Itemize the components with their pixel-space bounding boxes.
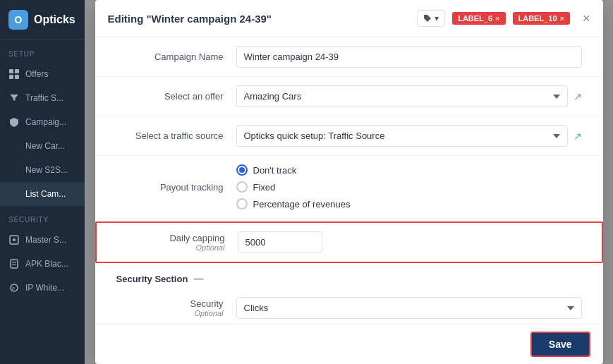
modal-body: Campaign Name Select an offer Amazing Ca…: [95, 37, 603, 324]
payout-percentage-label: Percentage of revenues: [253, 199, 351, 210]
offer-select-wrap: Amazing Cars ↗: [236, 85, 582, 107]
shield-icon: [8, 116, 20, 128]
sidebar-ip-label: IP White...: [25, 283, 64, 293]
tag-icon: [423, 14, 432, 23]
edit-campaign-modal: Editing "Winter campaign 24-39" ▾ LABEL_…: [95, 0, 603, 364]
svg-point-5: [13, 238, 16, 241]
offer-row: Select an offer Amazing Cars ↗: [95, 77, 603, 116]
daily-capping-input[interactable]: [238, 231, 322, 253]
svg-rect-3: [15, 75, 19, 79]
traffic-source-external-link-icon[interactable]: ↗: [573, 131, 582, 142]
sidebar-item-apk[interactable]: APK Blac...: [0, 252, 85, 276]
sidebar-new-s2s-label: New S2S...: [25, 165, 68, 175]
label-10-close[interactable]: ×: [560, 14, 564, 23]
svg-rect-0: [9, 69, 13, 73]
setup-section-label: SETUP: [0, 40, 85, 62]
security-section-label: SECURITY: [0, 206, 85, 228]
security-section-collapse[interactable]: —: [193, 273, 203, 284]
modal-overlay: Editing "Winter campaign 24-39" ▾ LABEL_…: [85, 0, 613, 364]
payout-fixed-label: Fixed: [253, 182, 276, 193]
security-row: Security Optional Clicks: [95, 289, 603, 324]
empty-icon2: [8, 164, 20, 176]
svg-text:IP: IP: [12, 286, 16, 291]
label-6-close[interactable]: ×: [495, 14, 499, 23]
label-badge-6: LABEL_6 ×: [452, 12, 505, 25]
master-icon: [8, 234, 20, 245]
traffic-source-label: Select a traffic source: [116, 131, 236, 141]
payout-dont-track-radio[interactable]: [236, 164, 248, 176]
label-10-text: LABEL_10: [518, 14, 557, 23]
payout-fixed-option[interactable]: Fixed: [236, 181, 582, 193]
sidebar-apk-label: APK Blac...: [25, 259, 68, 269]
offer-label: Select an offer: [116, 91, 236, 102]
security-select[interactable]: Clicks: [236, 297, 582, 319]
sidebar-item-campaigns[interactable]: Campaig...: [0, 110, 85, 134]
security-section-header: Security Section —: [95, 266, 603, 289]
payout-dont-track-option[interactable]: Don't track: [236, 164, 582, 176]
security-section-label: Security Section: [116, 274, 188, 284]
sidebar-logo: O Opticks: [0, 0, 85, 40]
payout-dont-track-label: Don't track: [253, 165, 297, 176]
payout-tracking-row: Payout tracking Don't track Fixed Per: [95, 156, 603, 219]
traffic-source-select-wrap: Opticks quick setup: Traffic Source ↗: [236, 125, 582, 147]
modal-footer: Save: [95, 324, 603, 364]
sidebar-item-traffic[interactable]: Traffic S...: [0, 86, 85, 110]
sidebar-item-new-campaign[interactable]: New Car...: [0, 134, 85, 158]
offer-external-link-icon[interactable]: ↗: [573, 91, 582, 102]
logo-icon: O: [8, 10, 28, 30]
offer-select[interactable]: Amazing Cars: [236, 85, 568, 107]
tag-chevron: ▾: [435, 13, 439, 23]
sidebar-new-campaign-label: New Car...: [25, 141, 65, 151]
payout-radio-group: Don't track Fixed Percentage of revenues: [236, 164, 582, 210]
svg-rect-1: [15, 69, 19, 73]
logo-text: Opticks: [34, 13, 75, 26]
campaign-name-label: Campaign Name: [116, 51, 236, 62]
payout-percentage-radio[interactable]: [236, 198, 248, 210]
security-label: Security Optional: [116, 298, 236, 317]
empty-icon: [8, 140, 20, 152]
traffic-source-row: Select a traffic source Opticks quick se…: [95, 116, 603, 156]
sidebar-campaigns-label: Campaig...: [25, 117, 66, 127]
grid-icon: [8, 68, 20, 80]
label-badge-10: LABEL_10 ×: [513, 12, 570, 25]
modal-close-button[interactable]: ×: [583, 12, 590, 25]
apk-icon: [8, 258, 20, 269]
ip-icon: IP: [8, 282, 20, 293]
save-button[interactable]: Save: [530, 332, 590, 357]
sidebar-item-master[interactable]: Master S...: [0, 228, 85, 252]
sidebar-item-offers[interactable]: Offers: [0, 62, 85, 86]
modal-header: Editing "Winter campaign 24-39" ▾ LABEL_…: [95, 0, 603, 37]
sidebar-master-label: Master S...: [25, 235, 66, 245]
sidebar-item-ip-whitelist[interactable]: IP IP White...: [0, 276, 85, 300]
sidebar: O Opticks SETUP Offers Traffic S... Camp…: [0, 0, 85, 364]
traffic-source-select[interactable]: Opticks quick setup: Traffic Source: [236, 125, 568, 147]
sidebar-offers-label: Offers: [25, 69, 48, 79]
empty-icon3: [8, 188, 20, 200]
campaign-name-row: Campaign Name: [95, 37, 603, 77]
main-content: Editing "Winter campaign 24-39" ▾ LABEL_…: [85, 0, 613, 364]
daily-capping-row: Daily capping Optional: [95, 222, 603, 263]
payout-percentage-option[interactable]: Percentage of revenues: [236, 198, 582, 210]
sidebar-item-new-s2s[interactable]: New S2S...: [0, 158, 85, 182]
payout-fixed-radio[interactable]: [236, 181, 248, 193]
tag-button[interactable]: ▾: [417, 10, 445, 27]
daily-capping-label: Daily capping Optional: [118, 233, 238, 252]
filter-icon: [8, 92, 20, 104]
label-6-text: LABEL_6: [458, 14, 492, 23]
campaign-name-input[interactable]: [236, 46, 582, 68]
sidebar-item-list-campaigns[interactable]: List Cam...: [0, 182, 85, 206]
sidebar-traffic-label: Traffic S...: [25, 93, 63, 103]
modal-title: Editing "Winter campaign 24-39": [108, 13, 411, 25]
svg-rect-6: [11, 260, 18, 268]
payout-tracking-label: Payout tracking: [116, 182, 236, 193]
sidebar-list-campaigns-label: List Cam...: [25, 189, 66, 199]
svg-rect-2: [9, 75, 13, 79]
